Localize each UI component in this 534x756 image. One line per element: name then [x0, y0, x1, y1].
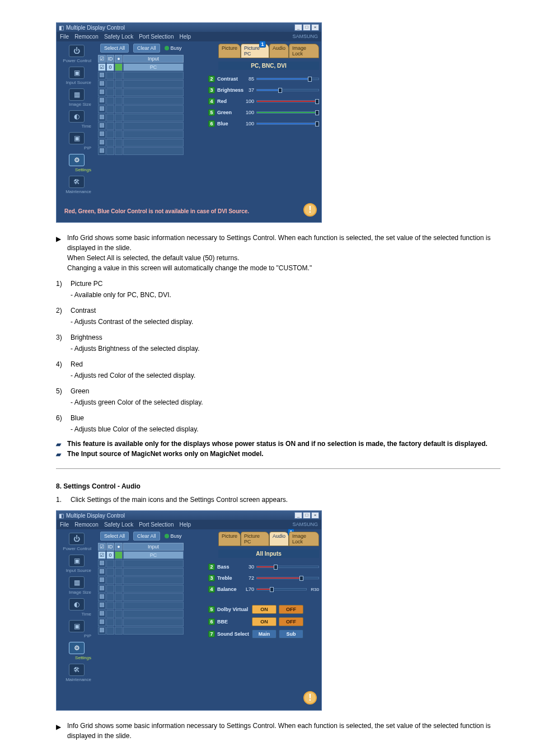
slider-red[interactable]: 4 Red 100	[218, 98, 319, 105]
item-6-title: Blue	[71, 413, 84, 423]
tab-picture[interactable]: Picture	[218, 44, 241, 58]
sound-select-main-button[interactable]: Main	[252, 630, 277, 638]
center-panel: Select All Clear All Busy ☑ ID ● Input ☑…	[97, 41, 216, 198]
slider-track[interactable]	[256, 123, 319, 125]
slider-bass[interactable]: 2 Bass 30	[218, 564, 319, 570]
grid-row-empty	[98, 610, 215, 618]
nav-image-size[interactable]: ▦ Image Size	[60, 88, 93, 107]
maximize-button[interactable]: □	[303, 24, 311, 31]
grid-row-0[interactable]: ☑ 0 PC	[98, 63, 215, 71]
slider-green[interactable]: 5 Green 100	[218, 109, 319, 116]
nav-pip[interactable]: ▣PIP	[60, 620, 93, 638]
left-nav: ⏻Power Control ▣Input Source ▦Image Size…	[57, 529, 97, 685]
select-all-button[interactable]: Select All	[100, 532, 129, 541]
tab-picture-pc[interactable]: Picture PC	[241, 532, 269, 546]
dolby-on-button[interactable]: ON	[252, 605, 277, 614]
menu-remocon[interactable]: Remocon	[74, 34, 99, 40]
item-5-title: Green	[71, 386, 89, 396]
row-input: PC	[123, 63, 184, 71]
nav-maintenance[interactable]: 🛠Maintenance	[60, 664, 93, 682]
nav-power-control[interactable]: ⏻Power Control	[60, 533, 93, 551]
slider-track[interactable]	[256, 78, 319, 80]
slider-track[interactable]	[256, 89, 319, 91]
close-button[interactable]: ×	[311, 24, 319, 31]
close-button[interactable]: ×	[311, 512, 319, 519]
nav-image-size[interactable]: ▦Image Size	[60, 576, 93, 595]
intro-text: Info Grid shows some basic information n…	[67, 233, 500, 273]
slider-contrast[interactable]: 2 Contrast 85	[218, 76, 319, 82]
maximize-button[interactable]: □	[303, 512, 311, 519]
nav-input-source[interactable]: ▣Input Source	[60, 555, 93, 573]
slider-balance[interactable]: 4 Balance L70 R30	[218, 586, 319, 593]
grid-row-empty	[98, 585, 215, 593]
callout-4: 4	[208, 586, 215, 593]
minimize-button[interactable]: _	[294, 24, 302, 31]
tab-picture[interactable]: Picture	[218, 532, 241, 546]
app-icon: ◧	[59, 513, 64, 519]
grid-row-empty	[98, 560, 215, 567]
toggle-dolby-virtual: 5 Dolby Virtual ON OFF	[218, 605, 319, 614]
grid-row-empty	[98, 97, 215, 105]
menu-port-selection[interactable]: Port Selection	[139, 522, 174, 528]
callout-7: 7	[208, 631, 215, 637]
dolby-off-button[interactable]: OFF	[279, 605, 303, 614]
tab-image-lock[interactable]: Image Lock	[289, 532, 319, 546]
menu-file[interactable]: File	[60, 522, 69, 528]
slider-track[interactable]	[256, 100, 319, 102]
callout-1: 1	[259, 41, 266, 48]
arrow-icon: ▶	[56, 233, 63, 273]
step-1-num: 1.	[56, 495, 66, 505]
slider-blue[interactable]: 6 Blue 100	[218, 120, 319, 127]
item-1-desc: - Available only for PC, BNC, DVI.	[56, 290, 500, 300]
bbe-on-button[interactable]: ON	[252, 617, 277, 626]
note-bullet-icon: ▰	[56, 440, 64, 448]
slider-track[interactable]	[256, 111, 319, 114]
tab-picture-pc[interactable]: Picture PC1	[241, 44, 269, 58]
mdc-window-audio: ◧ Multiple Display Control _ □ × File Re…	[56, 510, 322, 711]
menu-help[interactable]: Help	[179, 522, 191, 528]
nav-maintenance[interactable]: 🛠 Maintenance	[60, 176, 93, 194]
menu-remocon[interactable]: Remocon	[74, 522, 99, 528]
tab-image-lock[interactable]: Image Lock	[289, 44, 319, 58]
nav-input-source[interactable]: ▣ Input Source	[60, 67, 93, 85]
row-checkbox[interactable]: ☑	[98, 63, 106, 71]
nav-time[interactable]: ◐Time	[60, 598, 93, 617]
nav-time[interactable]: ◐ Time	[60, 110, 93, 129]
slider-treble[interactable]: 3 Treble 72	[218, 575, 319, 581]
menu-help[interactable]: Help	[179, 34, 191, 40]
item-1-num: 1)	[56, 279, 66, 289]
nav-power-control[interactable]: ⏻ Power Control	[60, 45, 93, 63]
tab-audio[interactable]: Audio	[269, 44, 289, 58]
left-nav: ⏻ Power Control ▣ Input Source ▦ Image S…	[57, 41, 97, 198]
bbe-off-button[interactable]: OFF	[279, 617, 303, 626]
nav-pip[interactable]: ▣ PIP	[60, 132, 93, 151]
menu-safety-lock[interactable]: Safety Lock	[104, 34, 133, 40]
image-size-icon: ▦	[69, 576, 85, 589]
brand-label: SAMSUNG	[292, 522, 318, 528]
minimize-button[interactable]: _	[294, 512, 302, 519]
item-2-num: 2)	[56, 306, 66, 316]
nav-settings[interactable]: ⚙Settings	[60, 642, 93, 660]
grid-row-0[interactable]: ☑ 0 PC	[98, 551, 215, 559]
grid-row-empty	[98, 593, 215, 601]
nav-settings[interactable]: ⚙ Settings	[60, 154, 93, 172]
row-checkbox[interactable]: ☑	[98, 551, 106, 559]
tab-audio[interactable]: Audio1	[269, 532, 289, 546]
row-lamp-icon	[115, 63, 123, 71]
mode-label: All Inputs	[218, 550, 319, 558]
select-all-button[interactable]: Select All	[100, 44, 129, 53]
sound-select-sub-button[interactable]: Sub	[279, 630, 303, 638]
grid-row-empty	[98, 139, 215, 147]
callout-3: 3	[208, 575, 215, 581]
slider-brightness[interactable]: 3 Brightness 37	[218, 87, 319, 93]
clear-all-button[interactable]: Clear All	[133, 44, 160, 53]
item-4-title: Red	[71, 359, 83, 369]
grid-header-lamp: ●	[115, 55, 123, 63]
grid-header-input: Input	[123, 55, 184, 63]
menu-file[interactable]: File	[60, 34, 69, 40]
menu-safety-lock[interactable]: Safety Lock	[104, 522, 133, 528]
menu-port-selection[interactable]: Port Selection	[139, 34, 174, 40]
settings-icon: ⚙	[69, 642, 85, 654]
callout-5: 5	[208, 606, 215, 613]
clear-all-button[interactable]: Clear All	[133, 532, 160, 541]
